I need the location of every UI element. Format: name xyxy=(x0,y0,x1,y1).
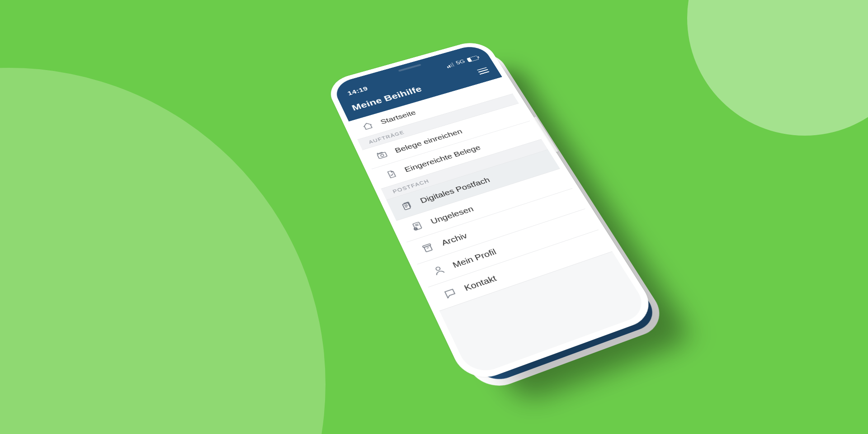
phone-mockup-front: 14:19 5G Meine Beihilfe xyxy=(324,38,660,386)
battery-icon xyxy=(467,55,479,62)
svg-point-1 xyxy=(380,154,384,156)
nav-label: Startseite xyxy=(379,109,417,126)
signal-icon xyxy=(446,62,455,68)
svg-point-16 xyxy=(435,267,441,271)
svg-point-11 xyxy=(413,227,418,231)
promo-background: 14:19 5G Meine Beihilfe xyxy=(0,0,868,434)
document-check-icon xyxy=(383,168,400,181)
nav-label: Mein Profil xyxy=(451,247,498,270)
phone-speaker xyxy=(398,64,421,71)
nav-item-kontakt[interactable]: Kontakt xyxy=(428,230,612,311)
svg-text:!: ! xyxy=(415,227,417,230)
chat-icon xyxy=(441,286,460,302)
network-label: 5G xyxy=(455,58,466,66)
menu-icon[interactable] xyxy=(477,67,490,74)
nav-label: Archiv xyxy=(440,231,469,247)
user-icon xyxy=(429,263,448,278)
document-badge-icon: ! xyxy=(408,219,426,233)
bg-circle-large xyxy=(0,68,326,434)
nav-item-mein-profil[interactable]: Mein Profil xyxy=(417,209,599,288)
svg-rect-13 xyxy=(423,244,431,248)
archive-icon xyxy=(419,241,437,255)
camera-plus-icon xyxy=(374,149,391,161)
svg-rect-8 xyxy=(413,222,422,230)
svg-rect-0 xyxy=(377,152,387,159)
home-icon xyxy=(360,120,376,132)
nav-menu: Startseite AUFTRÄGE Belege einreichen xyxy=(349,77,613,311)
bg-circle-small xyxy=(687,0,868,136)
documents-icon xyxy=(398,198,415,212)
svg-rect-14 xyxy=(424,245,432,252)
svg-line-9 xyxy=(415,224,418,225)
svg-line-15 xyxy=(427,248,429,248)
nav-label: Kontakt xyxy=(462,274,498,293)
svg-line-10 xyxy=(415,225,419,226)
app-screen: 14:19 5G Meine Beihilfe xyxy=(331,43,651,377)
